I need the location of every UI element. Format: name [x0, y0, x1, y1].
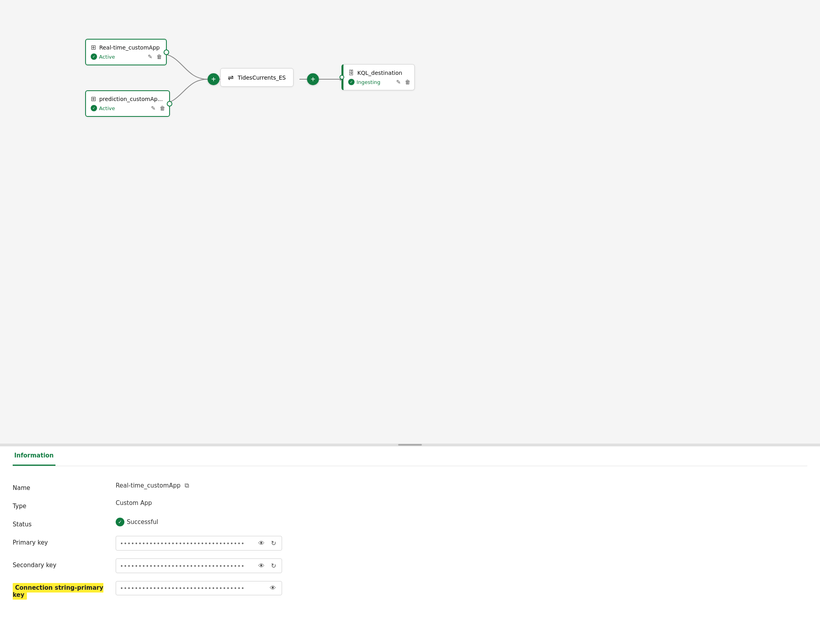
primary-key-label: Primary key [13, 536, 116, 546]
status-label: Status [13, 518, 116, 528]
source1-delete-button[interactable]: 🗑 [156, 53, 163, 61]
info-row-secondary-key: Secondary key ••••••••••••••••••••••••••… [13, 554, 807, 577]
transform-node: ⇌ TidesCurrents_ES [220, 68, 294, 87]
dest-status: Ingesting [357, 79, 380, 85]
status-icon: ✓ [116, 518, 124, 526]
info-row-name: Name Real-time_customApp ⧉ [13, 477, 807, 495]
database-icon: 🗄 [348, 69, 354, 76]
dest-status-dot: ✓ [348, 79, 355, 85]
source1-status-dot: ✓ [91, 53, 97, 60]
connection-string-field: •••••••••••••••••••••••••••••••••• 👁 [116, 581, 282, 595]
secondary-key-refresh-button[interactable]: ↻ [269, 561, 278, 570]
info-tabs: Information [13, 446, 807, 466]
divider-handle [398, 444, 422, 446]
status-value: ✓ Successful [116, 518, 807, 526]
secondary-key-dots: •••••••••••••••••••••••••••••••••• [120, 563, 254, 569]
copy-name-button[interactable]: ⧉ [184, 481, 190, 490]
source2-title: prediction_customAp... [99, 96, 163, 102]
info-row-status: Status ✓ Successful [13, 514, 807, 532]
custom-app-icon-2: ⊞ [91, 95, 96, 103]
source-node-1: ⊞ Real-time_customApp ✓ Active ✎ 🗑 [85, 39, 167, 65]
source-node-2: ⊞ prediction_customAp... ✓ Active ✎ 🗑 [85, 90, 170, 117]
info-panel: Information Name Real-time_customApp ⧉ T… [0, 446, 820, 644]
secondary-key-show-button[interactable]: 👁 [257, 562, 266, 570]
type-label: Type [13, 499, 116, 510]
source1-title: Real-time_customApp [99, 44, 160, 51]
info-row-connection-string: Connection string-primary key ••••••••••… [13, 577, 807, 602]
source2-status: Active [99, 105, 115, 111]
dest-edit-button[interactable]: ✎ [395, 78, 402, 86]
primary-key-refresh-button[interactable]: ↻ [269, 539, 278, 548]
connection-string-value: •••••••••••••••••••••••••••••••••• 👁 [116, 581, 807, 595]
info-row-primary-key: Primary key ••••••••••••••••••••••••••••… [13, 532, 807, 554]
primary-key-field: •••••••••••••••••••••••••••••••••• 👁 ↻ [116, 536, 282, 551]
dest-title: KQL_destination [357, 70, 402, 76]
primary-key-show-button[interactable]: 👁 [257, 539, 266, 548]
source2-edit-button[interactable]: ✎ [150, 104, 156, 112]
dest-left-connector [339, 75, 344, 80]
source1-status: Active [99, 54, 115, 60]
info-row-type: Type Custom App [13, 495, 807, 514]
name-label: Name [13, 481, 116, 492]
secondary-key-value: •••••••••••••••••••••••••••••••••• 👁 ↻ [116, 558, 807, 573]
primary-key-dots: •••••••••••••••••••••••••••••••••• [120, 540, 254, 547]
connection-string-dots: •••••••••••••••••••••••••••••••••• [120, 585, 265, 591]
type-value: Custom App [116, 499, 807, 507]
info-table: Name Real-time_customApp ⧉ Type Custom A… [13, 477, 807, 602]
primary-key-value: •••••••••••••••••••••••••••••••••• 👁 ↻ [116, 536, 807, 551]
name-value: Real-time_customApp ⧉ [116, 481, 807, 490]
connection-string-show-button[interactable]: 👁 [268, 584, 278, 593]
connection-string-label: Connection string-primary key [13, 581, 116, 598]
destination-node: 🗄 KQL_destination ✓ Ingesting ✎ 🗑 [341, 64, 415, 90]
custom-app-icon-1: ⊞ [91, 44, 96, 51]
source2-delete-button[interactable]: 🗑 [159, 104, 166, 112]
add-after-merge-button[interactable]: + [208, 73, 219, 85]
status-badge: ✓ Successful [116, 518, 158, 526]
transform-icon: ⇌ [228, 73, 234, 82]
dest-delete-button[interactable]: 🗑 [404, 78, 411, 86]
transform-title: TidesCurrents_ES [238, 74, 286, 81]
secondary-key-field: •••••••••••••••••••••••••••••••••• 👁 ↻ [116, 558, 282, 573]
add-after-transform-button[interactable]: + [307, 73, 319, 85]
secondary-key-label: Secondary key [13, 558, 116, 569]
source1-right-connector [164, 50, 169, 55]
tab-information[interactable]: Information [13, 446, 55, 466]
source2-right-connector [167, 101, 172, 107]
pipeline-canvas: ⊞ Real-time_customApp ✓ Active ✎ 🗑 ⊞ pre… [0, 0, 820, 444]
source1-edit-button[interactable]: ✎ [147, 53, 153, 61]
source2-status-dot: ✓ [91, 105, 97, 111]
